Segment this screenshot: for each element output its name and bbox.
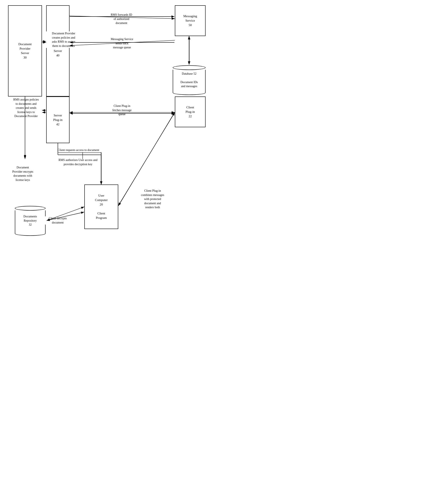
client-decrypts-label: Client decryptsdocument bbox=[41, 216, 74, 225]
rms-authorizes-label: RMS authorizes User access andprovides d… bbox=[31, 158, 125, 166]
docs-repository-label: DocumentsRepository32 bbox=[24, 214, 37, 227]
server-plugin-label: ServerPlug-in42 bbox=[53, 113, 63, 127]
server-plugin-box: ServerPlug-in42 bbox=[46, 97, 69, 143]
user-computer-label: UserComputer20ClientProgram bbox=[95, 193, 108, 220]
client-requests-label: Client requests access to document bbox=[42, 148, 114, 152]
diagram: DocumentProviderServer30 RMSServer40 Mes… bbox=[0, 0, 224, 250]
client-combines-label: Client Plug-incombines messageswith prot… bbox=[131, 189, 174, 210]
doc-provider-encrypts-label: DocumentProvider encryptsdocuments withl… bbox=[7, 166, 38, 182]
client-plugin-box: ClientPlug-in22 bbox=[175, 97, 206, 127]
database-label: Database 52Document IDsand messages bbox=[180, 72, 198, 88]
document-provider-server-box: DocumentProviderServer30 bbox=[8, 5, 42, 97]
messaging-service-label: MessagingService50 bbox=[183, 14, 197, 27]
messaging-sends-back-label: Messaging Servicesends backmessage queue bbox=[99, 37, 145, 50]
messaging-service-box: MessagingService50 bbox=[175, 5, 206, 36]
rms-assigns-label: RMS assigns policiesto documents andcrea… bbox=[8, 98, 44, 118]
client-plugin-label: ClientPlug-in22 bbox=[185, 105, 195, 118]
user-computer-box: UserComputer20ClientProgram bbox=[84, 184, 118, 229]
document-provider-label: DocumentProviderServer30 bbox=[18, 42, 32, 60]
database-cylinder: Database 52Document IDsand messages bbox=[172, 65, 207, 95]
rms-forwards-id-label: RMS forwards IDof authorizeddocument bbox=[99, 13, 144, 25]
client-fetches-label: Client Plug-infetches messagequeue bbox=[99, 104, 145, 116]
doc-provider-creates-label: Document Providercreates policies andask… bbox=[45, 31, 83, 48]
rms-server-box: RMSServer40 bbox=[46, 5, 69, 97]
